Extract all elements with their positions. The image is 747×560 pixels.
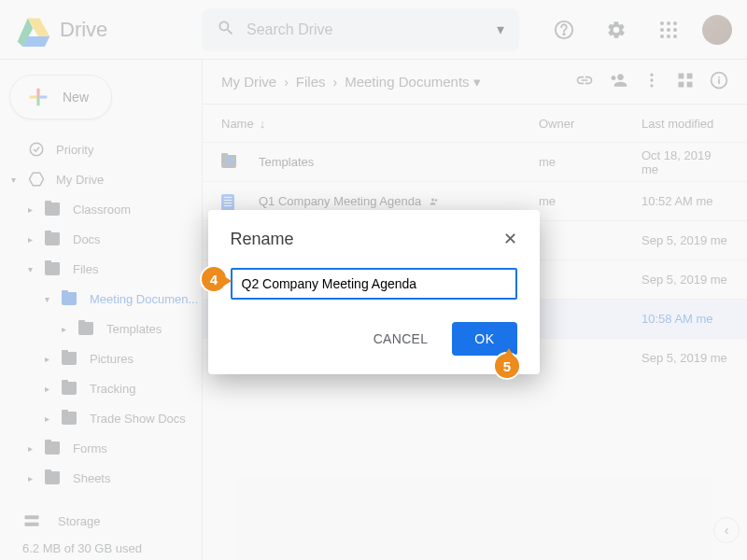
dialog-title: Rename — [231, 230, 294, 249]
cancel-button[interactable]: CANCEL — [357, 322, 445, 356]
tutorial-callout-4: 4 — [200, 265, 228, 293]
rename-dialog: Rename ✕ CANCEL OK — [208, 210, 540, 374]
rename-input[interactable] — [231, 268, 517, 300]
close-icon[interactable]: ✕ — [503, 229, 517, 249]
modal-overlay: Rename ✕ CANCEL OK — [0, 0, 747, 560]
tutorial-callout-5: 5 — [493, 352, 521, 380]
